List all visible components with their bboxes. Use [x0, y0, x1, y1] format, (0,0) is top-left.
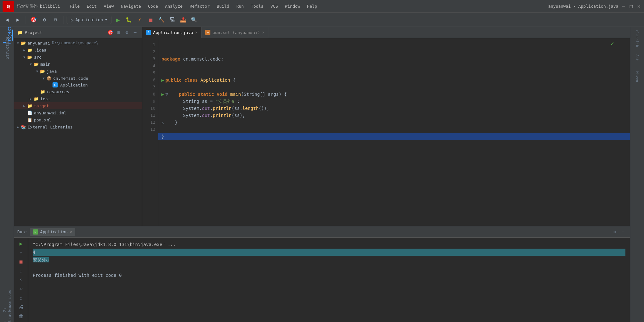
run-minimize-button[interactable]: ─	[620, 228, 627, 235]
run-panel-content: ▶ ↑ ■ ↓ ⚡ ↩ ↕ 🖨 🗑 "C:\Program Files\Java…	[14, 238, 630, 322]
tree-java[interactable]: ▼ 📂 java	[14, 68, 142, 75]
tab-application-java[interactable]: C Application.java ✕	[142, 27, 201, 38]
close-button[interactable]: ✕	[636, 4, 641, 9]
minimize-button[interactable]: ─	[621, 4, 626, 9]
build-project-button[interactable]: 🏗	[168, 15, 177, 24]
run-panel-tools: ⚙ ─	[611, 228, 627, 235]
toolbar-separator-1	[26, 16, 26, 24]
tree-idea[interactable]: ▶ 📁 .idea	[14, 46, 142, 54]
run-tab-close[interactable]: ✕	[69, 230, 72, 234]
output-line-process: Process finished with exit code 0	[33, 272, 625, 279]
tab-application-close[interactable]: ✕	[195, 30, 197, 35]
sidebar-classlib[interactable]: classlib	[632, 29, 643, 47]
line-numbers: 1 2 3 4 5 6 7 8 9 10 11 12 13	[142, 38, 158, 226]
window-title: anyuanwai - Application.java	[548, 4, 618, 9]
run-button[interactable]: ▶	[113, 15, 122, 24]
code-editor[interactable]: 1 2 3 4 5 6 7 8 9 10 11 12 13 pac	[142, 38, 630, 226]
run-settings-button[interactable]: ⚙	[611, 228, 618, 235]
run-stop-button[interactable]: ■	[17, 258, 26, 266]
logo-icon: 码	[3, 1, 14, 12]
tree-package[interactable]: ▼ 📦 cn.memset.code	[14, 75, 142, 82]
menu-analyze[interactable]: Analyze	[162, 3, 186, 10]
project-header: 📁 Project 🎯 ⊟ ⚙ ─	[14, 27, 142, 38]
menu-run[interactable]: Run	[233, 3, 247, 10]
editor-area: 📁 Project 🎯 ⊟ ⚙ ─ ▼ 📂 anyuanwai	[14, 27, 630, 226]
tree-root[interactable]: ▼ 📂 anyuanwai D:\cnmemset\ysspace\	[14, 39, 142, 46]
code-content: package cn.memset.code; ▶public class Ap…	[158, 38, 630, 226]
toolbar-separator-2	[63, 16, 63, 24]
run-tab-name: Application	[40, 229, 68, 234]
menu-file[interactable]: File	[66, 3, 83, 10]
run-clear-button[interactable]: 🗑	[17, 312, 26, 320]
app-logo: 码 码农安员外 bilibili	[3, 1, 60, 12]
collapse-all-button[interactable]: ⊟	[115, 29, 122, 36]
tree-application-java[interactable]: C Application	[14, 82, 142, 88]
run-wrap-button[interactable]: ↩	[17, 285, 26, 293]
svg-text:码: 码	[6, 5, 10, 9]
checkmark-icon: ✓	[610, 40, 614, 47]
run-left-buttons: ▶ ↑ ■ ↓ ⚡ ↩ ↕ 🖨 🗑	[14, 238, 28, 322]
run-panel-header: Run: ▷ Application ✕ ⚙ ─	[14, 226, 630, 238]
content-area: 📁 Project 🎯 ⊟ ⚙ ─ ▼ 📂 anyuanwai	[14, 27, 630, 322]
sidebar-maven[interactable]: Maven	[632, 68, 643, 86]
run-scroll-down-button[interactable]: ↓	[17, 267, 26, 275]
run-panel: Run: ▷ Application ✕ ⚙ ─ ▶ ↑ ■ ↓ ⚡	[14, 226, 630, 322]
run-scroll-up-button[interactable]: ↑	[17, 249, 26, 256]
menu-build[interactable]: Build	[214, 3, 232, 10]
hide-panel-button[interactable]: ─	[132, 29, 139, 36]
editor: C Application.java ✕ m pom.xml (anyuanwa…	[142, 27, 630, 226]
tree-resources[interactable]: 📁 resources	[14, 88, 142, 95]
tree-test[interactable]: ▶ 📁 test	[14, 95, 142, 102]
menu-refactor[interactable]: Refactor	[186, 3, 213, 10]
menu-view[interactable]: View	[101, 3, 117, 10]
tab-pom-label: pom.xml (anyuanwai)	[212, 30, 260, 35]
run-config-dropdown[interactable]: ▷ Application ▾	[67, 16, 111, 24]
forward-button[interactable]: ▶	[13, 15, 22, 24]
tab-pom-xml[interactable]: m pom.xml (anyuanwai) ✕	[201, 27, 268, 38]
sidebar-item-structure[interactable]: Structure	[1, 42, 13, 54]
collapse-button[interactable]: ⊟	[51, 15, 60, 24]
run-restart-button[interactable]: ▶	[17, 240, 26, 247]
tree-target[interactable]: ▶ 📁 target	[14, 102, 142, 109]
tree-pom[interactable]: 📋 pom.xml	[14, 116, 142, 123]
tab-pom-close[interactable]: ✕	[262, 30, 264, 35]
locate-file-button[interactable]: 🎯	[107, 29, 114, 36]
menu-edit[interactable]: Edit	[84, 3, 100, 10]
settings-gear[interactable]: ⚙	[40, 15, 49, 24]
maximize-button[interactable]: □	[629, 4, 634, 9]
project-tools: 🎯 ⊟ ⚙ ─	[107, 29, 139, 36]
tree-main[interactable]: ▼ 📂 main	[14, 61, 142, 68]
search-everywhere-button[interactable]: 🔍	[190, 15, 199, 24]
navigate-button[interactable]: 🎯	[29, 15, 38, 24]
run-application-tab[interactable]: ▷ Application ✕	[30, 228, 75, 236]
stop-button[interactable]: ■	[146, 15, 155, 24]
sidebar-item-z-structure[interactable]: Z: Structure	[1, 308, 13, 319]
project-settings-button[interactable]: ⚙	[123, 29, 130, 36]
run-sort-button[interactable]: ↕	[17, 294, 26, 302]
menu-help[interactable]: Help	[304, 3, 320, 10]
menu-code[interactable]: Code	[145, 3, 161, 10]
run-filter-button[interactable]: ⚡	[17, 276, 26, 284]
right-sidebar: classlib Ant Maven	[630, 27, 644, 322]
tree-external-libs[interactable]: ▶ 📚 External Libraries	[14, 123, 142, 130]
tree-src[interactable]: ▼ 📂 src	[14, 54, 142, 61]
vcs-button[interactable]: 📤	[179, 15, 188, 24]
run-print-button[interactable]: 🖨	[17, 303, 26, 311]
window-controls: anyuanwai - Application.java ─ □ ✕	[548, 4, 641, 9]
output-line-chinese: 安员外a	[33, 256, 625, 263]
tree-iml[interactable]: 📄 anyuanwai.iml	[14, 109, 142, 116]
coverage-button[interactable]: ⚡	[135, 15, 144, 24]
main-area: 1: Project Structure 2: Favorites Z: Str…	[0, 27, 644, 322]
output-line-blank	[33, 264, 625, 271]
back-button[interactable]: ◀	[3, 15, 12, 24]
toolbar: ◀ ▶ 🎯 ⚙ ⊟ ▷ Application ▾ ▶ 🐛 ⚡ ■ 🔨 🏗 📤 …	[0, 13, 644, 27]
sidebar-ant[interactable]: Ant	[632, 49, 643, 67]
debug-button[interactable]: 🐛	[124, 15, 133, 24]
menu-tools[interactable]: Tools	[248, 3, 266, 10]
run-config-name: Application	[75, 17, 103, 22]
menu-vcs[interactable]: VCS	[267, 3, 281, 10]
menu-navigate[interactable]: Navigate	[118, 3, 144, 10]
maven-file-icon: m	[205, 30, 210, 35]
menu-window[interactable]: Window	[282, 3, 303, 10]
build-button[interactable]: 🔨	[157, 15, 166, 24]
